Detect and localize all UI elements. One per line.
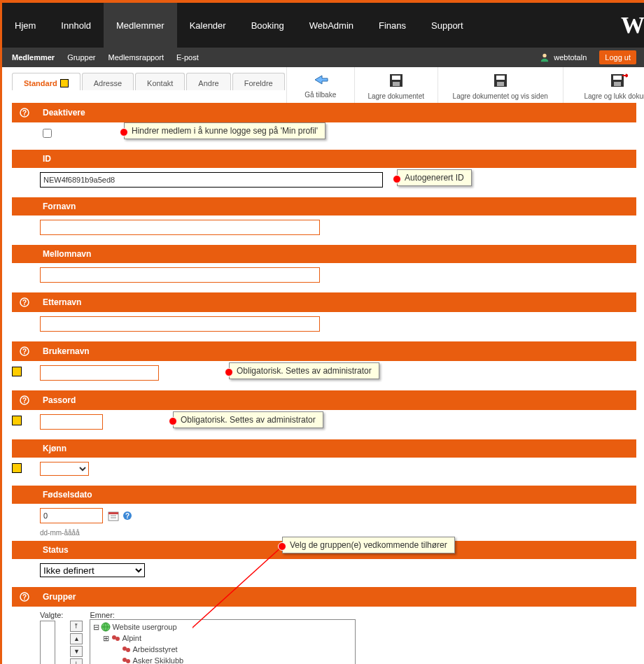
firstname-field[interactable] bbox=[40, 220, 320, 235]
svg-point-37 bbox=[126, 659, 130, 663]
id-field[interactable] bbox=[40, 172, 383, 188]
section-id: ID bbox=[12, 150, 636, 168]
svg-text:?: ? bbox=[22, 348, 27, 355]
section-gender: Kjønn bbox=[12, 439, 636, 458]
save-button[interactable]: Lagre dokumentet bbox=[354, 67, 438, 103]
section-title: Passord bbox=[43, 395, 76, 405]
required-badge bbox=[12, 367, 22, 376]
svg-rect-23 bbox=[108, 512, 118, 514]
tab-kontakt[interactable]: Kontakt bbox=[135, 73, 185, 90]
subnav-epost[interactable]: E-post bbox=[176, 53, 199, 62]
nav-kalender[interactable]: Kalender bbox=[177, 3, 239, 48]
calendar-icon[interactable] bbox=[108, 510, 119, 523]
groups-selected-label: Valgte: bbox=[40, 611, 63, 619]
status-select[interactable]: Ikke definert bbox=[40, 563, 145, 577]
user-icon bbox=[540, 52, 550, 62]
required-badge bbox=[12, 463, 22, 473]
callout-username: Obligatorisk. Settes av administrator bbox=[229, 362, 379, 379]
nav-hjem[interactable]: Hjem bbox=[2, 3, 48, 48]
section-dob: Fødselsdato bbox=[12, 486, 636, 504]
floppy-icon bbox=[388, 73, 404, 88]
middlename-field[interactable] bbox=[40, 267, 320, 283]
tree-collapse-icon[interactable]: ⊟ bbox=[93, 621, 99, 633]
logout-button[interactable]: Logg ut bbox=[599, 50, 636, 64]
deactivate-checkbox[interactable] bbox=[43, 129, 52, 138]
nav-webadmin[interactable]: WebAdmin bbox=[297, 3, 366, 48]
subnav-medlemmer[interactable]: Medlemmer bbox=[12, 53, 55, 62]
help-icon[interactable]: ? bbox=[19, 395, 30, 406]
section-title: Etternavn bbox=[43, 297, 81, 307]
tab-adresse[interactable]: Adresse bbox=[82, 73, 134, 90]
section-lastname: ? Etternavn bbox=[12, 292, 636, 312]
groups-selected-list[interactable] bbox=[40, 621, 55, 664]
floppy-close-icon bbox=[610, 73, 628, 88]
nav-finans[interactable]: Finans bbox=[366, 3, 419, 48]
help-icon[interactable]: ? bbox=[19, 591, 30, 602]
callout-id: Autogenerert ID bbox=[397, 169, 472, 186]
svg-text:?: ? bbox=[22, 593, 27, 601]
move-up-button[interactable]: ▲ bbox=[70, 633, 83, 644]
svg-point-0 bbox=[543, 54, 547, 57]
dob-field[interactable] bbox=[40, 508, 103, 523]
subnav-grupper[interactable]: Grupper bbox=[67, 53, 95, 62]
section-title: Mellomnavn bbox=[43, 249, 91, 259]
help-icon[interactable]: ? bbox=[19, 346, 30, 357]
save-show-button[interactable]: Lagre dokumentet og vis siden bbox=[438, 67, 563, 103]
svg-rect-3 bbox=[393, 82, 400, 86]
floppy-icon bbox=[493, 73, 508, 88]
nav-innhold[interactable]: Innhold bbox=[48, 3, 104, 48]
section-title: Grupper bbox=[43, 592, 76, 602]
section-title: Status bbox=[43, 545, 69, 555]
username-field[interactable] bbox=[40, 365, 159, 381]
svg-line-28 bbox=[192, 546, 282, 628]
move-bottom-button[interactable]: ⤓ bbox=[70, 658, 83, 664]
tree-node-label: Website usergroup bbox=[112, 621, 176, 633]
username-display: webtotaln bbox=[554, 53, 587, 62]
toolbar: Gå tilbake Lagre dokumentet Lagre dokume… bbox=[286, 67, 644, 103]
svg-rect-5 bbox=[496, 76, 505, 80]
help-icon[interactable]: ? bbox=[19, 297, 30, 308]
tab-andre[interactable]: Andre bbox=[186, 73, 230, 90]
section-firstname: Fornavn bbox=[12, 197, 636, 216]
svg-rect-9 bbox=[614, 82, 621, 86]
group-icon bbox=[121, 656, 131, 664]
form-tabs: Standard Adresse Kontakt Andre Foreldre bbox=[12, 73, 286, 90]
nav-booking[interactable]: Booking bbox=[239, 3, 297, 48]
subnav-medlemsrapport[interactable]: Medlemsrapport bbox=[108, 53, 164, 62]
lastname-field[interactable] bbox=[40, 316, 320, 332]
password-field[interactable] bbox=[40, 414, 103, 430]
brand-logo: W bbox=[621, 12, 644, 38]
globe-icon bbox=[101, 622, 111, 632]
section-title: Fornavn bbox=[43, 202, 76, 211]
move-top-button[interactable]: ⤒ bbox=[70, 621, 83, 632]
section-title: Kjønn bbox=[43, 444, 66, 453]
warning-icon bbox=[60, 79, 69, 87]
sub-nav: Medlemmer Grupper Medlemsrapport E-post … bbox=[2, 48, 644, 67]
svg-point-35 bbox=[126, 648, 130, 652]
tab-foreldre[interactable]: Foreldre bbox=[232, 73, 285, 90]
tab-standard[interactable]: Standard bbox=[12, 73, 80, 90]
group-icon bbox=[111, 633, 120, 643]
section-title: Brukernavn bbox=[43, 346, 90, 356]
primary-nav: Hjem Innhold Medlemmer Kalender Booking … bbox=[2, 3, 644, 48]
svg-text:?: ? bbox=[22, 397, 27, 404]
gender-select[interactable] bbox=[40, 462, 89, 476]
section-groups: ? Grupper bbox=[12, 587, 636, 607]
section-title: ID bbox=[43, 154, 51, 164]
help-icon[interactable]: ? bbox=[19, 107, 30, 118]
tree-node-label: Arbeidsstyret bbox=[132, 644, 177, 655]
save-close-button[interactable]: Lagre og lukk dokume bbox=[563, 67, 644, 103]
section-username: ? Brukernavn bbox=[12, 341, 636, 361]
svg-rect-8 bbox=[613, 76, 622, 80]
section-password: ? Passord bbox=[12, 390, 636, 410]
nav-medlemmer[interactable]: Medlemmer bbox=[104, 3, 177, 48]
section-title: Deaktivere bbox=[43, 108, 85, 118]
tree-expand-icon[interactable]: ⊞ bbox=[103, 633, 109, 644]
section-deactivate: ? Deaktivere bbox=[12, 103, 636, 122]
svg-point-33 bbox=[115, 637, 120, 641]
tree-node-label: Asker Skiklubb bbox=[132, 655, 183, 664]
nav-support[interactable]: Support bbox=[419, 3, 476, 48]
back-button[interactable]: Gå tilbake bbox=[286, 67, 354, 103]
move-down-button[interactable]: ▼ bbox=[70, 646, 83, 657]
help-icon[interactable]: ? bbox=[122, 511, 132, 522]
